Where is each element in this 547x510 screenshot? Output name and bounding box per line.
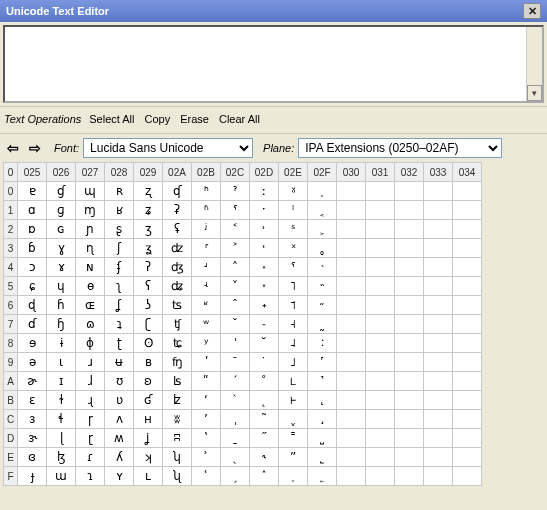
character-cell[interactable] <box>424 296 453 315</box>
character-cell[interactable]: ɦ <box>47 296 76 315</box>
character-cell[interactable]: ɕ <box>18 277 47 296</box>
character-cell[interactable]: ˳ <box>308 239 337 258</box>
character-cell[interactable]: ʞ <box>134 448 163 467</box>
character-cell[interactable] <box>395 296 424 315</box>
character-cell[interactable]: ʱ <box>192 201 221 220</box>
character-cell[interactable]: ˾ <box>308 448 337 467</box>
character-cell[interactable]: ɷ <box>76 315 105 334</box>
character-cell[interactable]: ʲ <box>192 220 221 239</box>
character-cell[interactable] <box>337 182 366 201</box>
character-cell[interactable]: ˵ <box>308 277 337 296</box>
character-cell[interactable]: ˦ <box>279 296 308 315</box>
character-cell[interactable]: ɟ <box>18 467 47 486</box>
character-cell[interactable] <box>337 296 366 315</box>
character-cell[interactable]: ˈ <box>221 334 250 353</box>
character-cell[interactable] <box>453 220 482 239</box>
character-cell[interactable] <box>366 258 395 277</box>
character-cell[interactable] <box>453 201 482 220</box>
character-cell[interactable]: ʛ <box>134 391 163 410</box>
character-cell[interactable]: ˭ <box>279 429 308 448</box>
character-cell[interactable] <box>424 353 453 372</box>
character-cell[interactable]: ɼ <box>76 410 105 429</box>
character-cell[interactable] <box>424 220 453 239</box>
character-cell[interactable]: ɹ <box>76 353 105 372</box>
character-cell[interactable] <box>395 372 424 391</box>
character-cell[interactable]: ʐ <box>134 182 163 201</box>
character-cell[interactable] <box>366 201 395 220</box>
character-cell[interactable]: ˪ <box>279 372 308 391</box>
character-cell[interactable]: ˁ <box>221 201 250 220</box>
character-cell[interactable]: ɝ <box>18 429 47 448</box>
character-cell[interactable] <box>366 182 395 201</box>
character-cell[interactable] <box>453 315 482 334</box>
character-cell[interactable]: ɮ <box>47 448 76 467</box>
character-cell[interactable]: ˇ <box>221 315 250 334</box>
character-cell[interactable]: ʔ <box>134 258 163 277</box>
character-cell[interactable]: ɥ <box>47 277 76 296</box>
character-cell[interactable] <box>395 220 424 239</box>
character-cell[interactable]: ɨ <box>47 334 76 353</box>
character-cell[interactable]: ɤ <box>47 258 76 277</box>
character-cell[interactable]: ˠ <box>279 182 308 201</box>
character-cell[interactable]: ˹ <box>308 353 337 372</box>
character-cell[interactable]: ʡ <box>163 201 192 220</box>
character-cell[interactable]: ɧ <box>47 315 76 334</box>
character-cell[interactable]: ʄ <box>105 258 134 277</box>
character-cell[interactable]: ɯ <box>47 467 76 486</box>
character-cell[interactable]: ɳ <box>76 239 105 258</box>
character-cell[interactable]: ˙ <box>250 353 279 372</box>
character-cell[interactable] <box>395 410 424 429</box>
character-cell[interactable] <box>424 467 453 486</box>
character-cell[interactable]: ɬ <box>47 410 76 429</box>
character-cell[interactable]: ˗ <box>250 315 279 334</box>
character-cell[interactable]: ʟ <box>134 467 163 486</box>
character-cell[interactable]: ʩ <box>163 353 192 372</box>
character-cell[interactable]: ʷ <box>192 315 221 334</box>
character-cell[interactable]: ɗ <box>18 315 47 334</box>
character-cell[interactable] <box>337 277 366 296</box>
character-cell[interactable]: ʬ <box>163 410 192 429</box>
character-cell[interactable]: ʰ <box>192 182 221 201</box>
character-cell[interactable] <box>424 429 453 448</box>
character-cell[interactable]: ʂ <box>105 220 134 239</box>
character-cell[interactable]: ɻ <box>76 391 105 410</box>
character-cell[interactable] <box>337 467 366 486</box>
character-cell[interactable] <box>337 201 366 220</box>
character-cell[interactable]: ˏ <box>221 467 250 486</box>
character-cell[interactable]: ʕ <box>134 277 163 296</box>
character-cell[interactable] <box>453 391 482 410</box>
character-cell[interactable]: ʚ <box>134 372 163 391</box>
character-cell[interactable]: ʌ <box>105 410 134 429</box>
clear-all-button[interactable]: Clear All <box>215 111 264 127</box>
character-cell[interactable] <box>453 182 482 201</box>
character-cell[interactable]: ɞ <box>18 448 47 467</box>
character-cell[interactable] <box>366 220 395 239</box>
character-cell[interactable]: ʦ <box>163 296 192 315</box>
character-cell[interactable]: ɐ <box>18 182 47 201</box>
character-cell[interactable]: ɡ <box>47 201 76 220</box>
character-cell[interactable]: ɠ <box>47 182 76 201</box>
character-cell[interactable] <box>424 334 453 353</box>
character-cell[interactable]: ˺ <box>308 372 337 391</box>
character-cell[interactable] <box>395 391 424 410</box>
character-cell[interactable] <box>453 258 482 277</box>
character-cell[interactable] <box>453 467 482 486</box>
character-cell[interactable] <box>337 220 366 239</box>
character-cell[interactable]: ɚ <box>18 372 47 391</box>
character-cell[interactable]: ʝ <box>134 429 163 448</box>
character-cell[interactable] <box>424 258 453 277</box>
character-cell[interactable]: ʋ <box>105 391 134 410</box>
character-cell[interactable] <box>395 201 424 220</box>
character-cell[interactable]: ˎ <box>221 448 250 467</box>
character-cell[interactable]: ˰ <box>308 182 337 201</box>
character-cell[interactable]: ɿ <box>76 467 105 486</box>
character-cell[interactable]: ʫ <box>163 391 192 410</box>
character-cell[interactable]: ˓ <box>250 239 279 258</box>
character-cell[interactable]: ɲ <box>76 220 105 239</box>
character-cell[interactable]: ˟ <box>250 467 279 486</box>
character-cell[interactable]: ˊ <box>221 372 250 391</box>
character-cell[interactable]: ɩ <box>47 353 76 372</box>
character-cell[interactable]: ˣ <box>279 239 308 258</box>
character-cell[interactable]: ʾ <box>192 448 221 467</box>
character-cell[interactable]: ˱ <box>308 201 337 220</box>
